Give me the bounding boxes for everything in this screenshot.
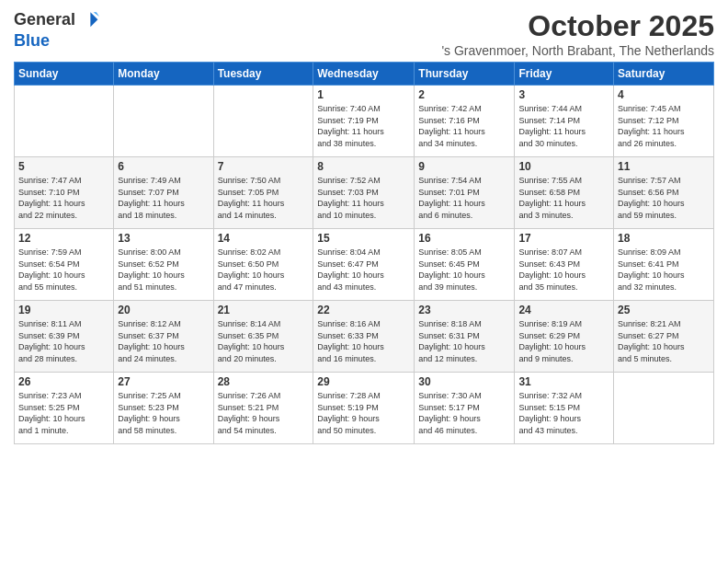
table-row: 5Sunrise: 7:47 AM Sunset: 7:10 PM Daylig… [15, 157, 114, 229]
day-info: Sunrise: 8:05 AM Sunset: 6:45 PM Dayligh… [418, 247, 510, 293]
table-row: 30Sunrise: 7:30 AM Sunset: 5:17 PM Dayli… [415, 373, 515, 444]
table-row: 6Sunrise: 7:49 AM Sunset: 7:07 PM Daylig… [114, 157, 213, 229]
day-number: 15 [317, 232, 410, 245]
header-tuesday: Tuesday [213, 63, 313, 86]
table-row: 20Sunrise: 8:12 AM Sunset: 6:37 PM Dayli… [114, 301, 213, 373]
table-row: 19Sunrise: 8:11 AM Sunset: 6:39 PM Dayli… [15, 301, 114, 373]
header-friday: Friday [515, 63, 614, 86]
location-subtitle: 's Gravenmoer, North Brabant, The Nether… [441, 43, 714, 58]
table-row: 28Sunrise: 7:26 AM Sunset: 5:21 PM Dayli… [213, 373, 313, 444]
month-title: October 2025 [441, 9, 714, 43]
day-number: 28 [218, 375, 310, 388]
calendar-header-row: Sunday Monday Tuesday Wednesday Thursday… [15, 63, 714, 86]
table-row: 8Sunrise: 7:52 AM Sunset: 7:03 PM Daylig… [313, 157, 415, 229]
day-info: Sunrise: 7:57 AM Sunset: 6:56 PM Dayligh… [618, 175, 710, 221]
day-number: 21 [218, 304, 310, 316]
day-info: Sunrise: 8:02 AM Sunset: 6:50 PM Dayligh… [218, 247, 310, 293]
day-info: Sunrise: 7:49 AM Sunset: 7:07 PM Dayligh… [118, 175, 209, 221]
day-number: 29 [317, 375, 410, 388]
logo-blue-text: Blue [14, 31, 99, 52]
day-number: 13 [118, 232, 209, 245]
header-wednesday: Wednesday [313, 63, 415, 86]
day-number: 11 [618, 160, 710, 173]
table-row: 29Sunrise: 7:28 AM Sunset: 5:19 PM Dayli… [313, 373, 415, 444]
header-sunday: Sunday [15, 63, 114, 86]
day-number: 1 [317, 88, 410, 101]
day-info: Sunrise: 7:42 AM Sunset: 7:16 PM Dayligh… [418, 103, 510, 149]
day-info: Sunrise: 7:40 AM Sunset: 7:19 PM Dayligh… [317, 103, 410, 149]
calendar-week-row: 26Sunrise: 7:23 AM Sunset: 5:25 PM Dayli… [15, 373, 714, 444]
table-row: 31Sunrise: 7:32 AM Sunset: 5:15 PM Dayli… [515, 373, 614, 444]
table-row: 25Sunrise: 8:21 AM Sunset: 6:27 PM Dayli… [614, 301, 714, 373]
table-row: 17Sunrise: 8:07 AM Sunset: 6:43 PM Dayli… [515, 229, 614, 301]
day-info: Sunrise: 7:23 AM Sunset: 5:25 PM Dayligh… [18, 390, 109, 436]
logo-icon [77, 9, 99, 31]
day-number: 16 [418, 232, 510, 245]
table-row: 11Sunrise: 7:57 AM Sunset: 6:56 PM Dayli… [614, 157, 714, 229]
day-info: Sunrise: 7:26 AM Sunset: 5:21 PM Dayligh… [218, 390, 310, 436]
table-row [614, 373, 714, 444]
day-number: 19 [18, 304, 109, 316]
day-number: 10 [518, 160, 609, 173]
day-info: Sunrise: 8:12 AM Sunset: 6:37 PM Dayligh… [118, 318, 209, 364]
day-number: 17 [518, 232, 609, 245]
table-row: 18Sunrise: 8:09 AM Sunset: 6:41 PM Dayli… [614, 229, 714, 301]
day-number: 8 [317, 160, 410, 173]
day-number: 7 [218, 160, 310, 173]
table-row: 15Sunrise: 8:04 AM Sunset: 6:47 PM Dayli… [313, 229, 415, 301]
day-info: Sunrise: 7:47 AM Sunset: 7:10 PM Dayligh… [18, 175, 109, 221]
day-number: 12 [18, 232, 109, 245]
day-number: 25 [618, 304, 710, 316]
table-row: 23Sunrise: 8:18 AM Sunset: 6:31 PM Dayli… [415, 301, 515, 373]
day-info: Sunrise: 8:07 AM Sunset: 6:43 PM Dayligh… [518, 247, 609, 293]
svg-marker-1 [94, 12, 99, 17]
day-info: Sunrise: 8:14 AM Sunset: 6:35 PM Dayligh… [218, 318, 310, 364]
day-info: Sunrise: 7:28 AM Sunset: 5:19 PM Dayligh… [317, 390, 410, 436]
day-number: 20 [118, 304, 209, 316]
day-info: Sunrise: 8:21 AM Sunset: 6:27 PM Dayligh… [618, 318, 710, 364]
table-row: 12Sunrise: 7:59 AM Sunset: 6:54 PM Dayli… [15, 229, 114, 301]
day-number: 9 [418, 160, 510, 173]
table-row: 22Sunrise: 8:16 AM Sunset: 6:33 PM Dayli… [313, 301, 415, 373]
day-info: Sunrise: 8:04 AM Sunset: 6:47 PM Dayligh… [317, 247, 410, 293]
title-block: October 2025 's Gravenmoer, North Braban… [441, 9, 714, 58]
day-info: Sunrise: 7:50 AM Sunset: 7:05 PM Dayligh… [218, 175, 310, 221]
table-row: 10Sunrise: 7:55 AM Sunset: 6:58 PM Dayli… [515, 157, 614, 229]
day-info: Sunrise: 7:44 AM Sunset: 7:14 PM Dayligh… [518, 103, 609, 149]
table-row [15, 86, 114, 157]
table-row: 13Sunrise: 8:00 AM Sunset: 6:52 PM Dayli… [114, 229, 213, 301]
table-row: 9Sunrise: 7:54 AM Sunset: 7:01 PM Daylig… [415, 157, 515, 229]
calendar-week-row: 5Sunrise: 7:47 AM Sunset: 7:10 PM Daylig… [15, 157, 714, 229]
day-number: 26 [18, 375, 109, 388]
page: General Blue October 2025 's Gravenmoer,… [0, 0, 728, 454]
header: General Blue October 2025 's Gravenmoer,… [14, 9, 714, 58]
table-row: 1Sunrise: 7:40 AM Sunset: 7:19 PM Daylig… [313, 86, 415, 157]
table-row: 16Sunrise: 8:05 AM Sunset: 6:45 PM Dayli… [415, 229, 515, 301]
table-row: 27Sunrise: 7:25 AM Sunset: 5:23 PM Dayli… [114, 373, 213, 444]
logo-general-text: General [14, 10, 75, 30]
day-number: 30 [418, 375, 510, 388]
day-number: 5 [18, 160, 109, 173]
day-number: 31 [518, 375, 609, 388]
table-row [114, 86, 213, 157]
day-number: 23 [418, 304, 510, 316]
day-info: Sunrise: 8:00 AM Sunset: 6:52 PM Dayligh… [118, 247, 209, 293]
table-row: 21Sunrise: 8:14 AM Sunset: 6:35 PM Dayli… [213, 301, 313, 373]
table-row [213, 86, 313, 157]
day-number: 22 [317, 304, 410, 316]
table-row: 3Sunrise: 7:44 AM Sunset: 7:14 PM Daylig… [515, 86, 614, 157]
day-number: 18 [618, 232, 710, 245]
header-monday: Monday [114, 63, 213, 86]
day-info: Sunrise: 7:59 AM Sunset: 6:54 PM Dayligh… [18, 247, 109, 293]
day-number: 3 [518, 88, 609, 101]
day-number: 2 [418, 88, 510, 101]
day-info: Sunrise: 7:30 AM Sunset: 5:17 PM Dayligh… [418, 390, 510, 436]
day-info: Sunrise: 8:09 AM Sunset: 6:41 PM Dayligh… [618, 247, 710, 293]
day-number: 4 [618, 88, 710, 101]
header-saturday: Saturday [614, 63, 714, 86]
day-info: Sunrise: 7:32 AM Sunset: 5:15 PM Dayligh… [518, 390, 609, 436]
calendar-week-row: 19Sunrise: 8:11 AM Sunset: 6:39 PM Dayli… [15, 301, 714, 373]
table-row: 26Sunrise: 7:23 AM Sunset: 5:25 PM Dayli… [15, 373, 114, 444]
table-row: 7Sunrise: 7:50 AM Sunset: 7:05 PM Daylig… [213, 157, 313, 229]
day-number: 24 [518, 304, 609, 316]
